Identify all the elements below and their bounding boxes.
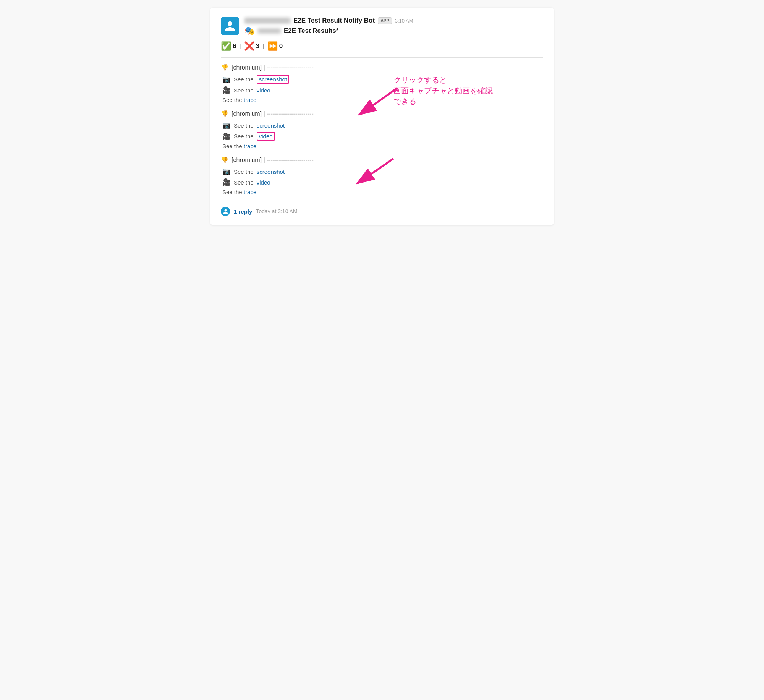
screenshot-prefix-1: See the [234, 76, 254, 83]
video-link-1[interactable]: video [257, 87, 270, 94]
trace-link-3[interactable]: trace [244, 189, 256, 195]
screenshot-prefix-3: See the [234, 169, 254, 175]
reply-time: Today at 3:10 AM [256, 208, 297, 214]
fail-count: 3 [256, 42, 259, 50]
thumbsdown-emoji-1: 👎 [221, 64, 228, 71]
video-prefix-1: See the [234, 87, 254, 94]
main-divider [221, 57, 543, 58]
message-card: E2E Test Result Notify Bot APP 3:10 AM 🎭… [210, 8, 554, 225]
screenshot-row-2: 📷 See the screenshot [221, 121, 543, 130]
screenshot-link-3[interactable]: screenshot [257, 169, 285, 175]
skip-stat: ⏩ 0 [267, 41, 283, 51]
reply-avatar [221, 207, 230, 216]
thumbsdown-emoji-3: 👎 [221, 156, 228, 164]
app-badge: APP [378, 17, 392, 24]
divider-2: | [262, 42, 264, 50]
fail-item-2: 👎 [chromium] | ----------------------- 📷… [221, 110, 543, 149]
divider-1: | [239, 42, 241, 50]
trace-prefix-1: See the [222, 97, 244, 103]
video-row-1: 🎥 See the video [221, 86, 543, 94]
browser-label-1: [chromium] | ----------------------- [231, 64, 314, 71]
video-link-3[interactable]: video [257, 179, 270, 186]
camera-emoji-3: 📷 [222, 167, 231, 176]
avatar [221, 17, 239, 35]
browser-label-2: [chromium] | ----------------------- [231, 110, 314, 117]
message-header: E2E Test Result Notify Bot APP 3:10 AM 🎭… [221, 17, 543, 36]
video-prefix-2: See the [234, 133, 254, 139]
pass-emoji: ✅ [221, 41, 231, 51]
blurred-sender [244, 18, 290, 24]
skip-emoji: ⏩ [267, 41, 278, 51]
stats-line: ✅ 6 | ❌ 3 | ⏩ 0 [221, 41, 543, 51]
video-link-2[interactable]: video [257, 132, 275, 141]
screenshot-prefix-2: See the [234, 122, 254, 129]
fail-header-3: 👎 [chromium] | ----------------------- [221, 156, 543, 164]
fail-header-2: 👎 [chromium] | ----------------------- [221, 110, 543, 117]
trace-link-2[interactable]: trace [244, 143, 256, 149]
camera-emoji-2: 📷 [222, 121, 231, 130]
blurred-word [258, 28, 281, 34]
skip-count: 0 [279, 42, 283, 50]
screenshot-row-3: 📷 See the screenshot [221, 167, 543, 176]
reply-row: 1 reply Today at 3:10 AM [221, 202, 543, 216]
video-prefix-3: See the [234, 179, 254, 186]
theater-emoji: 🎭 [244, 26, 255, 36]
reply-count[interactable]: 1 reply [234, 208, 252, 215]
bot-name: E2E Test Result Notify Bot [293, 17, 375, 24]
screenshot-link-1[interactable]: screenshot [257, 75, 289, 84]
sender-line: E2E Test Result Notify Bot APP 3:10 AM [244, 17, 543, 24]
test-results-title: E2E Test Results* [284, 27, 338, 35]
camera-emoji-1: 📷 [222, 75, 231, 84]
trace-link-1[interactable]: trace [244, 97, 256, 103]
fail-emoji: ❌ [244, 41, 254, 51]
screenshot-link-2[interactable]: screenshot [257, 122, 285, 129]
thumbsdown-emoji-2: 👎 [221, 110, 228, 117]
trace-prefix-3: See the [222, 189, 244, 195]
fail-item-1: 👎 [chromium] | ----------------------- 📷… [221, 64, 543, 103]
pass-count: 6 [233, 42, 236, 50]
video-row-2: 🎥 See the video [221, 132, 543, 141]
fail-header-1: 👎 [chromium] | ----------------------- [221, 64, 543, 71]
user-icon [224, 20, 236, 32]
reply-user-icon [223, 209, 228, 214]
screenshot-row-1: 📷 See the screenshot [221, 75, 543, 84]
header-right: E2E Test Result Notify Bot APP 3:10 AM 🎭… [244, 17, 543, 36]
fail-stat: ❌ 3 [244, 41, 259, 51]
video-emoji-2: 🎥 [222, 132, 231, 141]
fail-item-3: 👎 [chromium] | ----------------------- 📷… [221, 156, 543, 195]
pass-stat: ✅ 6 [221, 41, 236, 51]
video-row-3: 🎥 See the video [221, 178, 543, 186]
trace-prefix-2: See the [222, 143, 244, 149]
video-emoji-1: 🎥 [222, 86, 231, 94]
video-emoji-3: 🎥 [222, 178, 231, 186]
trace-row-2: See the trace [221, 143, 543, 149]
trace-row-3: See the trace [221, 189, 543, 195]
browser-label-3: [chromium] | ----------------------- [231, 157, 314, 164]
trace-row-1: See the trace [221, 97, 543, 103]
title-line: 🎭 E2E Test Results* [244, 26, 543, 36]
message-timestamp: 3:10 AM [395, 18, 413, 24]
